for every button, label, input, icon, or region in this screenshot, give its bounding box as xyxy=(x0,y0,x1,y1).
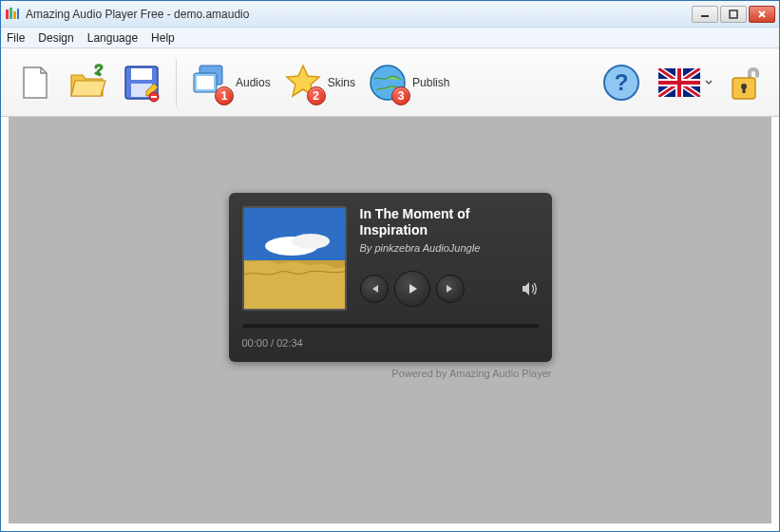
language-button[interactable] xyxy=(648,58,718,107)
toolbar-separator xyxy=(176,59,177,106)
flag-uk-icon xyxy=(654,62,705,104)
svg-rect-3 xyxy=(17,9,19,19)
audios-label: Audios xyxy=(236,76,271,89)
publish-button[interactable]: 3 Publish xyxy=(361,58,455,107)
menu-file[interactable]: File xyxy=(7,31,25,45)
unlock-button[interactable] xyxy=(718,58,771,107)
svg-rect-12 xyxy=(151,96,157,98)
star-icon: 2 xyxy=(282,62,324,104)
publish-badge: 3 xyxy=(391,86,410,105)
toolbar: 1 Audios 2 Skins 3 Publish xyxy=(1,48,779,117)
track-title: In The Moment of Inspiration xyxy=(360,206,539,238)
padlock-open-icon xyxy=(724,62,766,104)
skins-label: Skins xyxy=(328,76,355,89)
help-icon: ? xyxy=(600,62,642,104)
play-button[interactable] xyxy=(394,271,430,307)
window-title: Amazing Audio Player Free - demo.amaudio xyxy=(26,8,692,21)
new-file-icon xyxy=(14,62,56,104)
chevron-down-icon xyxy=(705,79,713,86)
svg-point-30 xyxy=(292,234,330,249)
close-button[interactable] xyxy=(749,6,775,23)
prev-button[interactable] xyxy=(360,275,389,303)
skins-badge: 2 xyxy=(307,86,326,105)
menu-help[interactable]: Help xyxy=(151,31,175,45)
album-artwork xyxy=(242,206,347,311)
titlebar: Amazing Audio Player Free - demo.amaudio xyxy=(1,1,779,28)
volume-button[interactable] xyxy=(522,281,539,296)
save-icon xyxy=(121,62,162,104)
svg-rect-15 xyxy=(197,76,214,89)
globe-icon: 3 xyxy=(367,62,409,104)
menu-design[interactable]: Design xyxy=(38,31,73,45)
svg-rect-23 xyxy=(658,81,700,85)
svg-rect-26 xyxy=(743,86,746,93)
new-button[interactable] xyxy=(9,58,62,107)
window-controls xyxy=(692,6,775,23)
audios-icon: 1 xyxy=(190,62,232,104)
next-button[interactable] xyxy=(436,275,465,303)
svg-text:?: ? xyxy=(615,69,629,95)
minimize-button[interactable] xyxy=(692,6,718,23)
app-window: Amazing Audio Player Free - demo.amaudio… xyxy=(0,0,780,532)
audios-button[interactable]: 1 Audios xyxy=(184,58,276,107)
audio-player: In The Moment of Inspiration By pinkzebr… xyxy=(229,193,552,362)
menu-language[interactable]: Language xyxy=(87,31,138,45)
svg-rect-5 xyxy=(730,10,737,18)
progress-bar[interactable] xyxy=(242,324,539,328)
powered-by: Powered by Amazing Audio Player xyxy=(229,368,552,379)
app-icon xyxy=(5,7,20,22)
audios-badge: 1 xyxy=(215,86,234,105)
save-button[interactable] xyxy=(115,58,168,107)
menubar: File Design Language Help xyxy=(1,28,779,48)
open-button[interactable] xyxy=(62,58,115,107)
publish-label: Publish xyxy=(412,76,449,89)
maximize-button[interactable] xyxy=(720,6,747,23)
help-button[interactable]: ? xyxy=(595,58,648,107)
folder-open-icon xyxy=(67,62,109,104)
skins-button[interactable]: 2 Skins xyxy=(276,58,361,107)
track-artist: By pinkzebra AudioJungle xyxy=(360,242,539,254)
player-wrapper: In The Moment of Inspiration By pinkzebr… xyxy=(229,193,552,379)
svg-rect-2 xyxy=(13,11,16,19)
svg-rect-0 xyxy=(6,10,9,19)
svg-rect-1 xyxy=(10,8,12,19)
time-display: 00:00 / 02:34 xyxy=(242,337,539,349)
svg-rect-9 xyxy=(131,68,152,80)
content-area: In The Moment of Inspiration By pinkzebr… xyxy=(9,117,771,523)
